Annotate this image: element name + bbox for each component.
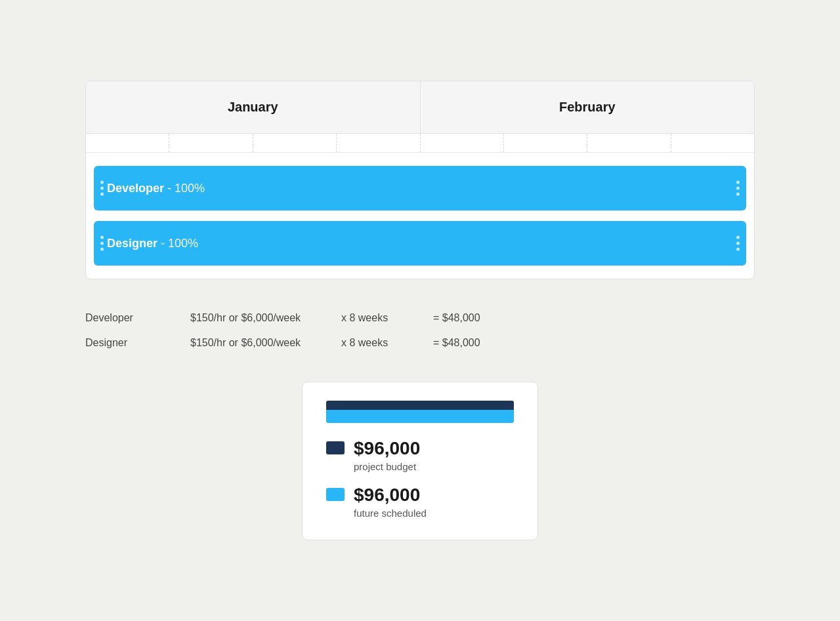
cost-rate-developer: $150/hr or $6,000/week	[190, 312, 341, 324]
budget-label-dark: project budget	[354, 461, 420, 472]
developer-bar-label: Developer - 100%	[107, 182, 205, 195]
dot	[736, 236, 740, 239]
week-cell	[253, 134, 337, 152]
cost-role-developer: Developer	[85, 312, 190, 324]
designer-bar-container[interactable]: Designer - 100%	[94, 221, 746, 266]
budget-bar-dark	[326, 401, 514, 410]
month-january: January	[86, 81, 421, 133]
main-container: January February	[85, 81, 755, 540]
budget-info-light: $96,000 future scheduled	[354, 485, 427, 519]
dot	[100, 193, 104, 196]
budget-label-light: future scheduled	[354, 508, 427, 519]
budget-item-light: $96,000 future scheduled	[326, 485, 514, 519]
budget-swatch-light	[326, 488, 345, 501]
dot	[736, 193, 740, 196]
gantt-header: January February	[86, 81, 754, 134]
week-cell	[337, 134, 420, 152]
designer-percentage: 100%	[168, 237, 198, 250]
week-cell	[671, 134, 754, 152]
designer-bar[interactable]: Designer - 100%	[94, 221, 746, 266]
developer-bold: Developer	[107, 182, 164, 195]
dot	[100, 236, 104, 239]
dot	[736, 187, 740, 190]
developer-bar-container[interactable]: Developer - 100%	[94, 166, 746, 210]
dot	[736, 242, 740, 245]
gantt-week-row	[86, 134, 754, 153]
week-cell	[504, 134, 587, 152]
week-cell	[587, 134, 671, 152]
dot	[100, 187, 104, 190]
month-february: February	[421, 81, 755, 133]
designer-pct: -	[161, 237, 168, 250]
cost-role-designer: Designer	[85, 337, 190, 349]
budget-item-dark: $96,000 project budget	[326, 439, 514, 472]
week-cell	[86, 134, 169, 152]
week-cell	[421, 134, 504, 152]
developer-percentage: 100%	[175, 182, 205, 195]
dot	[736, 248, 740, 251]
developer-pct: -	[167, 182, 175, 195]
drag-handle-right[interactable]	[734, 178, 742, 199]
budget-amount-light: $96,000	[354, 485, 427, 506]
cost-total-designer: = $48,000	[433, 337, 512, 349]
gantt-row-developer: Developer - 100%	[86, 161, 754, 216]
dot	[736, 181, 740, 184]
designer-bold: Designer	[107, 237, 158, 250]
cost-table: Developer $150/hr or $6,000/week x 8 wee…	[85, 306, 755, 355]
drag-handle-left[interactable]	[98, 178, 106, 199]
gantt-row-designer: Designer - 100%	[86, 216, 754, 271]
developer-bar[interactable]: Developer - 100%	[94, 166, 746, 210]
gantt-body: Developer - 100%	[86, 153, 754, 279]
dot	[100, 242, 104, 245]
budget-bar-light	[326, 410, 514, 423]
gantt-chart: January February	[85, 81, 755, 279]
budget-swatch-dark	[326, 441, 345, 454]
cost-row-designer: Designer $150/hr or $6,000/week x 8 week…	[85, 331, 755, 355]
dot	[100, 181, 104, 184]
cost-weeks-designer: x 8 weeks	[341, 337, 433, 349]
budget-chart	[326, 401, 514, 423]
designer-bar-label: Designer - 100%	[107, 237, 198, 250]
cost-weeks-developer: x 8 weeks	[341, 312, 433, 324]
cost-row-developer: Developer $150/hr or $6,000/week x 8 wee…	[85, 306, 755, 331]
cost-rate-designer: $150/hr or $6,000/week	[190, 337, 341, 349]
drag-handle-right[interactable]	[734, 233, 742, 254]
week-cell	[169, 134, 253, 152]
budget-amount-dark: $96,000	[354, 439, 420, 459]
budget-card: $96,000 project budget $96,000 future sc…	[302, 382, 538, 540]
cost-total-developer: = $48,000	[433, 312, 512, 324]
dot	[100, 248, 104, 251]
budget-info-dark: $96,000 project budget	[354, 439, 420, 472]
drag-handle-left[interactable]	[98, 233, 106, 254]
